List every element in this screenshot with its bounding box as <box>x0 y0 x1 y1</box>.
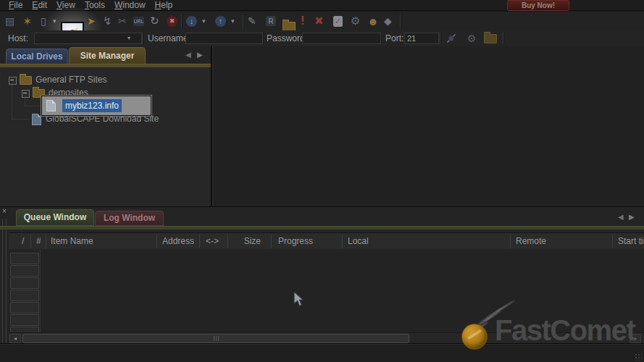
column-separator <box>156 235 157 248</box>
collapse-toggle-icon[interactable] <box>22 90 30 98</box>
divider <box>142 32 143 44</box>
tab-log-window[interactable]: Log Window <box>95 211 164 226</box>
queue-row-cell <box>10 277 39 289</box>
scrollbar-thumb[interactable] <box>22 334 409 343</box>
port-field[interactable]: 21 <box>404 33 439 44</box>
main-toolbar: ▤✶▯▾➤↯✂URL↻✖↓▾↑▾✎R!✖✓⚙☻◆ <box>0 12 644 31</box>
scroll-right-button[interactable]: ▸ <box>630 334 641 343</box>
queue-column-Remote[interactable]: Remote <box>516 236 603 246</box>
address-book-icon[interactable]: ▤ <box>5 12 14 30</box>
rename-edit-box[interactable]: mybiz123.info <box>41 96 151 116</box>
column-separator <box>271 235 272 248</box>
support-icon[interactable]: ☻ <box>367 12 379 30</box>
queue-column-Address[interactable]: Address <box>162 236 198 246</box>
url-icon[interactable]: URL <box>133 17 144 26</box>
host-label: Host: <box>8 33 28 43</box>
reconnect-icon[interactable]: ➤ <box>87 12 96 30</box>
queue-row-cell <box>10 290 39 301</box>
download-icon[interactable]: ↓ <box>186 16 197 27</box>
username-field[interactable] <box>185 33 264 44</box>
tree-connector <box>12 85 12 119</box>
host-combobox[interactable] <box>34 33 142 44</box>
settings-icon[interactable]: ⚙ <box>351 12 360 30</box>
queue-column-Progress[interactable]: Progress <box>278 236 340 246</box>
upload-icon[interactable]: ↑ <box>215 16 226 27</box>
upload-dropdown-icon[interactable]: ▾ <box>231 12 235 30</box>
queue-row-cell <box>10 314 39 326</box>
queue-tab-scroll-left-icon[interactable]: ◀ <box>618 214 624 221</box>
stop-icon[interactable]: ✖ <box>167 16 177 27</box>
column-divider <box>40 249 41 332</box>
column-separator <box>30 235 31 248</box>
cancel-icon[interactable]: ✂ <box>118 12 127 30</box>
column-separator <box>510 235 511 248</box>
password-field[interactable] <box>302 33 382 44</box>
toolbar-separator <box>181 14 183 28</box>
rename-text-selected[interactable]: mybiz123.info <box>62 99 122 112</box>
rename-icon[interactable]: R <box>266 16 276 26</box>
menu-window[interactable]: Window <box>114 0 146 10</box>
close-pane-icon[interactable]: × <box>1 208 8 215</box>
port-label: Port: <box>385 33 403 43</box>
column-separator <box>46 235 46 248</box>
menu-help[interactable]: Help <box>155 0 173 10</box>
buy-now-button[interactable]: Buy Now! <box>507 0 569 11</box>
folder-icon <box>20 76 32 85</box>
tree-connector <box>12 119 29 119</box>
toolbar-separator <box>400 14 401 28</box>
divider <box>262 32 264 44</box>
tab-site-manager[interactable]: Site Manager <box>69 47 146 64</box>
queue-tab-scroll-right-icon[interactable]: ▶ <box>629 214 635 221</box>
resize-grip[interactable] <box>635 353 642 361</box>
column-separator <box>227 235 228 248</box>
scroll-left-button[interactable]: ◂ <box>9 334 21 343</box>
quick-settings-gear-icon[interactable]: ⚙ <box>464 31 479 46</box>
queue-column-Start tim[interactable]: Start tim <box>618 236 644 246</box>
delete-icon[interactable]: ✖ <box>314 12 324 30</box>
tree-connector <box>25 106 39 106</box>
remote-pane <box>213 46 644 206</box>
queue-column-Size[interactable]: Size <box>225 236 261 246</box>
tab-scroll-left-icon[interactable]: ◀ <box>185 51 191 59</box>
status-bar <box>0 343 644 362</box>
tree-item-general-ftp-sites[interactable]: General FTP Sites <box>35 75 106 85</box>
local-pane-tabbar: Local Drives Site Manager ◀ ▶ <box>0 46 212 64</box>
column-separator <box>612 235 613 248</box>
alert-icon[interactable]: ! <box>301 12 304 30</box>
menu-edit[interactable]: Edit <box>32 0 47 10</box>
tab-scroll-right-icon[interactable]: ▶ <box>197 51 203 59</box>
queue-column-Item Name[interactable]: Item Name <box>51 236 152 246</box>
security-shield-icon[interactable]: ◆ <box>384 12 392 30</box>
pane-drag-handle[interactable] <box>2 219 7 343</box>
divider <box>503 32 504 44</box>
active-queue-tab-strip <box>0 226 644 230</box>
menu-file[interactable]: File <box>9 0 22 10</box>
menu-view[interactable]: View <box>57 0 75 10</box>
download-dropdown-icon[interactable]: ▾ <box>202 12 206 30</box>
verify-icon[interactable]: ✓ <box>333 16 343 27</box>
tab-queue-window[interactable]: Queue Window <box>16 209 94 226</box>
queue-column-<->[interactable]: <-> <box>206 236 226 246</box>
edit-notes-icon[interactable]: ✎ <box>248 12 256 30</box>
new-site-dropdown-icon[interactable]: ▾ <box>53 12 57 30</box>
queue-row-cell <box>10 265 39 277</box>
queue-column-/[interactable]: / <box>22 236 30 246</box>
new-site-icon[interactable]: ▯ <box>41 12 46 30</box>
disconnect-icon[interactable]: ↯ <box>103 12 112 30</box>
queue-list <box>9 249 644 332</box>
password-label: Password: <box>267 33 307 43</box>
queue-column-Local[interactable]: Local <box>348 236 493 246</box>
site-icon <box>32 114 41 125</box>
username-label: Username: <box>148 33 191 43</box>
collapse-toggle-icon[interactable] <box>9 77 17 85</box>
queue-pane: × Queue Window Log Window ◀ ▶ /#Item Nam… <box>0 206 644 348</box>
quick-connect-icon[interactable] <box>444 31 459 46</box>
column-separator <box>199 235 200 248</box>
connection-wizard-icon[interactable]: ✶ <box>22 12 32 30</box>
horizontal-scrollbar[interactable]: ◂ ▸ <box>9 332 644 344</box>
quick-new-folder-icon[interactable] <box>482 31 498 46</box>
refresh-icon[interactable]: ↻ <box>150 12 159 30</box>
menu-tools[interactable]: Tools <box>85 0 105 10</box>
queue-column-#[interactable]: # <box>36 236 45 246</box>
tab-local-drives[interactable]: Local Drives <box>6 49 68 64</box>
